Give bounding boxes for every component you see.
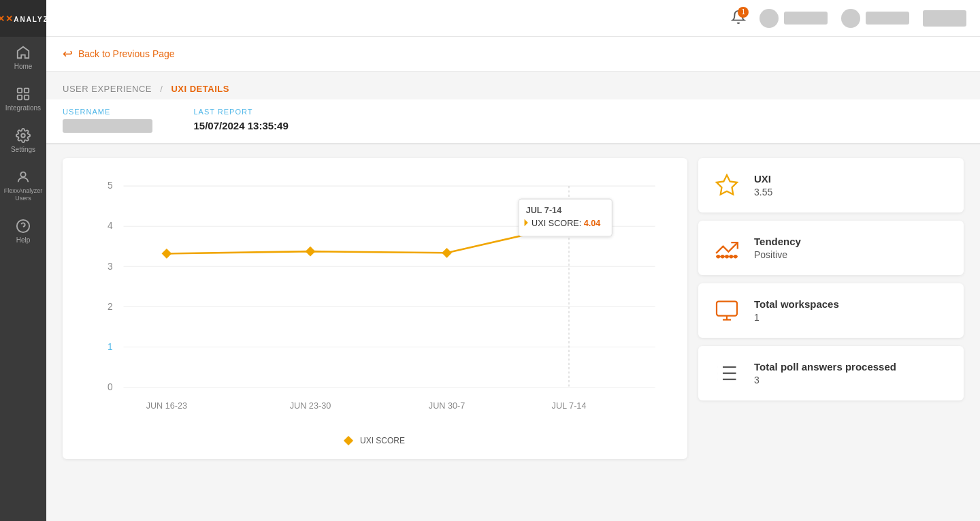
- uxi-stat-text: UXI 3.55: [754, 173, 772, 198]
- svg-text:JUN 16-23: JUN 16-23: [146, 401, 188, 411]
- breadcrumb-current: UXI DETAILS: [171, 84, 229, 94]
- logout-button[interactable]: [923, 10, 966, 27]
- trend-icon: [712, 233, 742, 263]
- back-arrow-icon: ↩: [63, 46, 73, 61]
- svg-point-36: [721, 255, 723, 257]
- tendency-stat-value: Positive: [754, 249, 801, 260]
- svg-text:JUL 7-14: JUL 7-14: [552, 401, 587, 411]
- back-to-previous-link[interactable]: Back to Previous Page: [78, 48, 175, 59]
- breadcrumb: USER EXPERIENCE / UXI DETAILS: [46, 72, 980, 99]
- legend-label: UXI SCORE: [360, 436, 405, 445]
- user-info-section: USERNAME LAST REPORT 15/07/2024 13:35:49: [46, 99, 980, 144]
- notifications-button[interactable]: 1: [731, 10, 746, 27]
- sidebar-item-flexxanalyzer-users[interactable]: FlexxAnalyzer Users: [0, 161, 46, 210]
- uxi-stat-value: 3.55: [754, 187, 772, 198]
- stat-card-poll: Total poll answers processed 3: [698, 346, 964, 400]
- tendency-stat-title: Tendency: [754, 236, 801, 247]
- tendency-stat-text: Tendency Positive: [754, 236, 801, 260]
- chart-card: 5 4 3 2 1 0: [63, 158, 687, 459]
- svg-text:4: 4: [108, 221, 113, 231]
- svg-rect-40: [717, 302, 737, 316]
- svg-point-37: [725, 255, 728, 257]
- poll-stat-text: Total poll answers processed 3: [754, 361, 896, 385]
- breadcrumb-parent: USER EXPERIENCE: [63, 84, 152, 94]
- workspaces-stat-value: 1: [754, 312, 839, 323]
- svg-point-35: [717, 255, 719, 257]
- workspaces-stat-text: Total workspaces 1: [754, 298, 839, 323]
- star-icon: [712, 170, 742, 200]
- uxi-stat-title: UXI: [754, 173, 772, 185]
- sidebar-item-settings[interactable]: Settings: [0, 120, 46, 161]
- username-value: [63, 119, 152, 133]
- svg-text:1: 1: [108, 342, 113, 352]
- svg-point-4: [21, 133, 25, 138]
- stats-column: UXI 3.55: [698, 158, 964, 459]
- avatar-2: [841, 9, 860, 28]
- username-1: [784, 12, 828, 25]
- last-report-block: LAST REPORT 15/07/2024 13:35:49: [193, 108, 288, 132]
- svg-text:3: 3: [108, 262, 113, 272]
- svg-marker-22: [306, 247, 316, 257]
- svg-text:2: 2: [108, 302, 113, 312]
- uxi-chart: 5 4 3 2 1 0: [76, 172, 674, 430]
- user-profile-1[interactable]: [760, 9, 828, 28]
- chart-legend: UXI SCORE: [76, 436, 674, 445]
- username-2: [866, 12, 909, 25]
- svg-text:UXI SCORE: 4.04: UXI SCORE: 4.04: [532, 219, 600, 228]
- stat-card-uxi: UXI 3.55: [698, 158, 964, 212]
- svg-text:JUN 23-30: JUN 23-30: [290, 401, 331, 411]
- back-bar: ↩ Back to Previous Page: [46, 37, 980, 72]
- content-area: ↩ Back to Previous Page USER EXPERIENCE …: [46, 37, 980, 521]
- user-profile-2[interactable]: [841, 9, 909, 28]
- home-icon: [16, 45, 31, 60]
- list-icon: [712, 358, 742, 388]
- svg-marker-23: [442, 248, 452, 258]
- header: 1: [46, 0, 980, 37]
- poll-stat-value: 3: [754, 375, 896, 385]
- chart-area: 5 4 3 2 1 0: [76, 172, 674, 430]
- stat-card-tendency: Tendency Positive: [698, 221, 964, 275]
- main-area: 1 ↩ Back to Previous Page USER EXPERIENC…: [46, 0, 980, 521]
- svg-point-5: [20, 172, 25, 177]
- stat-card-workspaces: Total workspaces 1: [698, 283, 964, 338]
- svg-rect-3: [24, 95, 29, 99]
- workspaces-stat-title: Total workspaces: [754, 298, 839, 310]
- sidebar-item-help[interactable]: Help: [0, 210, 46, 252]
- svg-rect-2: [18, 95, 22, 99]
- help-icon: [16, 219, 31, 234]
- svg-text:0: 0: [108, 382, 113, 392]
- svg-marker-21: [162, 249, 172, 259]
- sidebar-item-integrations[interactable]: Integrations: [0, 78, 46, 120]
- last-report-value: 15/07/2024 13:35:49: [193, 120, 288, 131]
- svg-rect-0: [18, 89, 22, 93]
- sidebar-item-home[interactable]: Home: [0, 37, 46, 78]
- svg-point-38: [730, 255, 732, 257]
- svg-text:JUL 7-14: JUL 7-14: [526, 206, 562, 215]
- breadcrumb-separator: /: [160, 84, 163, 94]
- last-report-label: LAST REPORT: [193, 108, 288, 116]
- avatar-1: [760, 9, 779, 28]
- username-block: USERNAME: [63, 108, 152, 132]
- main-grid: 5 4 3 2 1 0: [46, 144, 980, 473]
- svg-text:5: 5: [108, 180, 113, 191]
- app-logo: FL✕✕ANALYZER: [0, 0, 46, 37]
- integrations-icon: [16, 86, 31, 101]
- svg-marker-33: [717, 175, 737, 195]
- svg-text:JUN 30-7: JUN 30-7: [429, 401, 465, 411]
- username-label: USERNAME: [63, 108, 152, 116]
- sidebar: FL✕✕ANALYZER Home Integrations Settings …: [0, 0, 46, 521]
- svg-point-39: [734, 255, 736, 257]
- gear-icon: [16, 128, 31, 143]
- poll-stat-title: Total poll answers processed: [754, 361, 896, 373]
- legend-diamond: [344, 436, 353, 445]
- users-icon: [16, 170, 31, 185]
- svg-rect-1: [24, 89, 29, 93]
- svg-rect-29: [519, 199, 612, 236]
- monitor-icon: [712, 296, 742, 326]
- notification-badge: 1: [738, 7, 749, 18]
